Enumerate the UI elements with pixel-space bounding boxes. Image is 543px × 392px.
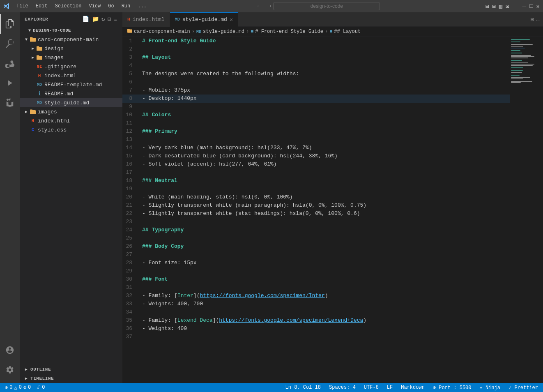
code-line-2: 2 — [122, 45, 510, 53]
readme-template-label: README-template.md — [44, 82, 102, 88]
breadcrumb-sep-2: › — [246, 29, 249, 35]
tree-item-style-css[interactable]: C style.css — [20, 125, 122, 134]
code-line-17: 17 — [122, 168, 510, 177]
tree-item-index-html[interactable]: H index.html — [20, 71, 122, 80]
spaces-label: Spaces: 4 — [329, 385, 356, 390]
more-tabs-icon[interactable]: … — [536, 16, 540, 23]
minimap-line-18 — [511, 60, 522, 61]
status-position[interactable]: Ln 8, Col 18 — [284, 385, 322, 390]
line-num-7: 7 — [122, 86, 139, 95]
run-activity-icon[interactable] — [0, 73, 20, 93]
menu-view[interactable]: View — [85, 2, 104, 10]
error-count: 0 — [9, 385, 12, 390]
code-line-22: 22 - Slightly transparent white (stat he… — [122, 210, 510, 218]
breadcrumb-folder-icon — [127, 28, 132, 35]
outline-section[interactable]: ▶ OUTLINE — [20, 365, 122, 374]
line-content-5: The designs were created to the followin… — [139, 70, 510, 78]
menu-file[interactable]: File — [13, 2, 32, 10]
timeline-section[interactable]: ▶ TIMELINE — [20, 374, 122, 383]
tree-item-design[interactable]: ▶ design — [20, 44, 122, 53]
line-num-31: 31 — [122, 284, 139, 292]
line-content-33: - Weights: 400, 700 — [139, 300, 510, 308]
search-input[interactable] — [273, 2, 380, 10]
nav-forward-button[interactable]: → — [265, 2, 273, 10]
readme-icon: ℹ — [36, 90, 43, 97]
split-editor-right-icon[interactable]: ⊟ — [530, 16, 534, 23]
line-content-17 — [139, 168, 510, 177]
source-control-activity-icon[interactable] — [0, 53, 20, 73]
line-num-9: 9 — [122, 103, 139, 111]
images-root-expand-arrow: ▶ — [30, 54, 36, 61]
minimize-button[interactable]: — — [522, 2, 527, 10]
nav-back-button[interactable]: ← — [255, 2, 263, 10]
tree-item-index-html-sub[interactable]: H index.html — [20, 116, 122, 125]
status-spaces[interactable]: Spaces: 4 — [327, 385, 357, 390]
breadcrumb-h2-label[interactable]: ## Layout — [334, 29, 361, 35]
tree-root-item[interactable]: ▼ DESIGN-TO-CODE — [20, 26, 122, 35]
ports-icon: ⑀ — [37, 385, 40, 390]
search-activity-icon[interactable] — [0, 34, 20, 53]
tree-item-readme[interactable]: ℹ README.md — [20, 89, 122, 98]
readme-label: README.md — [44, 91, 73, 97]
status-prettier[interactable]: ✓ Prettier — [507, 385, 540, 391]
line-num-22: 22 — [122, 210, 139, 218]
tab-close-icon[interactable]: ✕ — [230, 16, 233, 23]
layout-icon[interactable]: ⊡ — [506, 3, 509, 10]
status-language[interactable]: Markdown — [399, 385, 426, 390]
tree-item-card-component-main[interactable]: ▼ card-component-main — [20, 35, 122, 44]
maximize-button[interactable]: □ — [529, 3, 533, 9]
line-num-13: 13 — [122, 136, 139, 144]
tree-item-style-guide[interactable]: MD style-guide.md — [20, 98, 122, 107]
images-root-folder-icon — [36, 54, 43, 61]
explorer-activity-icon[interactable] — [0, 14, 20, 34]
tree-item-images-sub[interactable]: ▶ images — [20, 107, 122, 116]
status-line-ending[interactable]: LF — [385, 385, 394, 390]
minimap-line-15 — [511, 56, 534, 57]
status-ports[interactable]: ⑀ 0 — [36, 385, 46, 390]
more-options-icon[interactable]: … — [114, 16, 117, 23]
line-num-26: 26 — [122, 242, 139, 251]
status-bar: ⊗ 0 △ 0 ⊘ 0 ⑀ 0 Ln 8, Col 18 Spaces: 4 U… — [0, 383, 543, 392]
tab-style-guide[interactable]: MD style-guide.md ✕ — [170, 12, 239, 27]
toggle-panel-icon[interactable]: ⊞ — [492, 3, 495, 10]
breadcrumb-folder-label[interactable]: card-component-main — [134, 29, 190, 35]
status-port[interactable]: ⊙ Port : 5500 — [431, 385, 473, 391]
new-file-icon[interactable]: 📄 — [82, 16, 90, 23]
status-errors[interactable]: ⊗ 0 △ 0 ⊘ 0 — [3, 385, 32, 391]
code-editor[interactable]: 1 # Front-end Style Guide 2 3 ## Layout … — [122, 37, 510, 383]
line-content-1: # Front-end Style Guide — [139, 37, 510, 45]
menu-edit[interactable]: Edit — [32, 2, 51, 10]
tab-style-guide-label: style-guide.md — [182, 16, 227, 23]
minimap-line-3 — [511, 42, 520, 42]
code-line-35: 35 - Family: [Lexend Deca](https://fonts… — [122, 316, 510, 325]
close-button[interactable]: ✕ — [536, 3, 540, 10]
breadcrumb-file-label[interactable]: style-guide.md — [203, 29, 244, 35]
menu-run[interactable]: Run — [118, 2, 134, 10]
breadcrumb-h1-label[interactable]: # Front-end Style Guide — [255, 29, 323, 35]
menu-more[interactable]: ... — [134, 2, 150, 10]
split-editor-icon[interactable]: ⊟ — [485, 3, 489, 10]
menu-selection[interactable]: Selection — [52, 2, 85, 10]
sidebar: Explorer 📄 📁 ↻ ⊟ … ▼ DESIGN-TO-CODE ▼ ca… — [20, 12, 122, 383]
main-layout: Explorer 📄 📁 ↻ ⊟ … ▼ DESIGN-TO-CODE ▼ ca… — [0, 12, 543, 383]
account-activity-icon[interactable] — [0, 340, 20, 360]
breadcrumb-sep-1: › — [192, 29, 195, 35]
new-folder-icon[interactable]: 📁 — [92, 16, 99, 23]
refresh-icon[interactable]: ↻ — [101, 16, 105, 23]
design-expand-arrow: ▶ — [30, 45, 36, 52]
tree-item-images-root[interactable]: ▶ images — [20, 53, 122, 62]
code-line-15: 15 - Dark desaturated blue (card backgro… — [122, 152, 510, 160]
extensions-activity-icon[interactable] — [0, 93, 20, 113]
line-content-31 — [139, 284, 510, 292]
status-ninja[interactable]: ✦ Ninja — [478, 385, 502, 391]
tab-index-html[interactable]: H index.html — [122, 12, 170, 27]
status-encoding[interactable]: UTF-8 — [362, 385, 380, 390]
collapse-all-icon[interactable]: ⊟ — [108, 16, 111, 23]
activity-bar-icon[interactable]: ▥ — [499, 3, 502, 10]
menu-go[interactable]: Go — [105, 2, 117, 10]
root-expand-arrow: ▼ — [26, 27, 33, 34]
error-icon: ⊗ — [5, 385, 8, 391]
tree-item-gitignore[interactable]: GI .gitignore — [20, 62, 122, 71]
tree-item-readme-template[interactable]: MD README-template.md — [20, 80, 122, 89]
settings-activity-icon[interactable] — [0, 360, 20, 380]
